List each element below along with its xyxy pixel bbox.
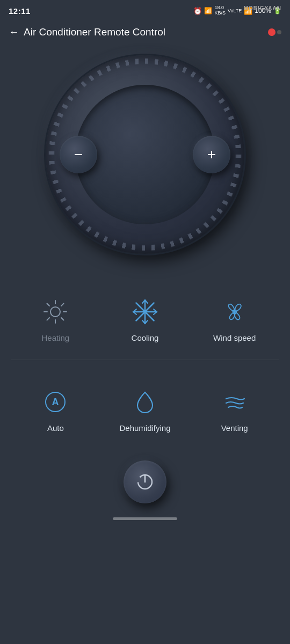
watermark: MOBIGYAAN (244, 5, 281, 11)
temperature-dial: − + (0, 45, 290, 270)
power-button[interactable] (124, 460, 166, 503)
minus-icon: − (74, 147, 83, 162)
cooling-label: Cooling (132, 333, 159, 342)
mode-item-dehumidifying[interactable]: Dehumidifying (100, 376, 190, 444)
svg-point-0 (50, 307, 60, 317)
mode-item-auto[interactable]: A Auto (11, 376, 100, 444)
wifi-icon: 📶 (204, 7, 212, 14)
header: ← Air Conditioner Remote Control (0, 19, 290, 45)
decrease-temperature-button[interactable]: − (60, 136, 97, 173)
mode-grid-row1: Heating C (0, 281, 290, 360)
dial-outer-ring: − + (46, 55, 244, 254)
svg-line-8 (47, 318, 50, 320)
auto-label: Auto (47, 423, 64, 433)
status-time: 12:11 (9, 6, 31, 16)
dehumidifying-icon (129, 386, 161, 418)
menu-dot-red (268, 28, 276, 36)
row-divider (11, 360, 279, 360)
power-icon (135, 472, 155, 492)
back-button[interactable]: ← (9, 26, 19, 38)
increase-temperature-button[interactable]: + (193, 136, 230, 173)
more-menu-button[interactable] (268, 28, 281, 36)
plus-icon: + (207, 147, 216, 162)
heating-icon (39, 296, 71, 328)
mode-item-wind-speed[interactable]: Wind speed (190, 286, 279, 354)
wind-speed-icon (219, 296, 251, 328)
heating-label: Heating (41, 333, 69, 342)
svg-line-5 (47, 304, 50, 306)
page-title: Air Conditioner Remote Control (24, 26, 264, 38)
svg-line-6 (61, 318, 64, 320)
venting-icon (219, 386, 251, 418)
power-section (0, 450, 290, 512)
venting-label: Venting (221, 423, 248, 433)
mode-item-heating[interactable]: Heating (11, 286, 100, 354)
svg-text:A: A (52, 397, 59, 407)
bottom-navigation-indicator (0, 512, 290, 524)
volte-icon: VoLTE (228, 8, 242, 13)
dehumidifying-label: Dehumidifying (119, 423, 170, 433)
svg-line-7 (61, 304, 64, 306)
home-indicator (113, 517, 177, 520)
wind-speed-label: Wind speed (213, 333, 256, 342)
auto-icon: A (39, 386, 71, 418)
menu-dot-1 (277, 30, 281, 34)
mode-item-cooling[interactable]: Cooling (100, 286, 190, 354)
network-speed: 18.0KB/S (214, 5, 226, 16)
alarm-icon: ⏰ (193, 7, 202, 15)
cooling-icon (129, 296, 161, 328)
mode-item-venting[interactable]: Venting (190, 376, 279, 444)
mode-grid-row2: A Auto Dehumidifying Venting (0, 371, 290, 450)
